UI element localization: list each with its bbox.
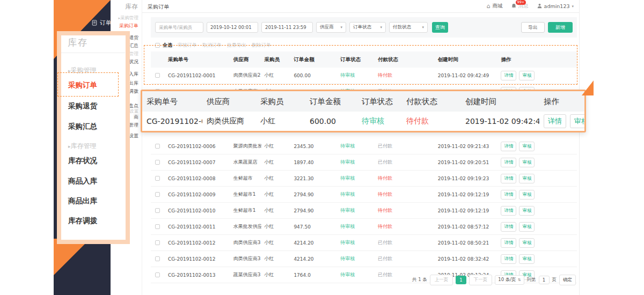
order-id-cell: CG-20191102-0013: [165, 272, 230, 278]
detail-button[interactable]: 详情: [501, 254, 516, 264]
review-button[interactable]: 审核: [519, 190, 535, 200]
prev-page-button[interactable]: 上一页: [430, 275, 453, 285]
review-button[interactable]: 审核: [519, 158, 535, 167]
row-checkbox[interactable]: [155, 208, 160, 213]
messages-link[interactable]: 消息 99+: [511, 3, 529, 10]
current-page-button[interactable]: 1: [456, 276, 466, 284]
order-id-cell: CG-20191102-0012: [165, 256, 230, 262]
secondary-menu-item[interactable]: 管理: [129, 122, 138, 128]
detail-button[interactable]: 详情: [501, 238, 516, 248]
review-button[interactable]: 审核: [519, 206, 535, 216]
review-button[interactable]: 审核: [519, 174, 535, 183]
bulk-action-link[interactable]: 审核订单: [178, 42, 197, 49]
overlay-menu-item-5[interactable]: 库存管理: [68, 141, 97, 151]
add-button[interactable]: 新增: [548, 22, 573, 33]
search-button[interactable]: 查询: [432, 22, 448, 33]
review-button[interactable]: 审核: [519, 142, 535, 151]
bulk-action-link[interactable]: 取消订单: [202, 42, 222, 49]
secondary-menu-item[interactable]: 状况: [129, 59, 138, 64]
secondary-menu-item[interactable]: 管理: [129, 51, 138, 56]
amount-cell: 1764.0: [290, 272, 337, 278]
row-checkbox[interactable]: [155, 256, 160, 261]
overlay-menu-item-4[interactable]: 采购汇总: [68, 121, 97, 131]
table-row[interactable]: CG-20191102-0009生鲜超市1小红2794.90待审核待付款2019…: [151, 187, 577, 203]
secondary-menu-item[interactable]: 设置: [129, 108, 138, 114]
detail-button[interactable]: 详情: [501, 158, 516, 167]
secondary-menu-item[interactable]: 采购管理: [118, 15, 138, 21]
pay-status-select[interactable]: 付款状态 ▾: [389, 22, 428, 33]
shop-link[interactable]: ⌂ 商城: [487, 3, 503, 10]
orders-doc-icon: [92, 20, 97, 27]
table-row[interactable]: CG-20191102-0012肉类供应商3小红4214.20待审核已付款201…: [151, 251, 577, 267]
detail-button[interactable]: 详情: [501, 190, 516, 200]
bulk-action-link[interactable]: 批量导出: [227, 42, 246, 49]
secondary-menu-item[interactable]: 采购订单: [119, 23, 138, 28]
keyword-input[interactable]: [155, 22, 203, 33]
buyer-cell: 小红: [261, 255, 291, 262]
secondary-menu-item[interactable]: 退货: [129, 35, 138, 40]
overlay-menu-item-3[interactable]: 采购退货: [68, 100, 97, 111]
callout-detail-button[interactable]: 详情: [544, 114, 566, 128]
select-all-checkbox[interactable]: [155, 43, 160, 48]
table-row[interactable]: CG-20191102-0001肉类供应商2小红600.00待审核待付款2019…: [151, 68, 577, 84]
sidebar-item-orders[interactable]: 订单: [92, 19, 111, 27]
page-size-select[interactable]: 10 条/页 ⇅: [495, 275, 524, 285]
detail-button[interactable]: 详情: [501, 142, 516, 151]
export-button[interactable]: 导出: [521, 22, 545, 33]
secondary-menu-item[interactable]: 入库: [129, 71, 138, 77]
overlay-menu-item-8[interactable]: 商品出库: [68, 195, 97, 206]
secondary-menu-item[interactable]: 盘点: [129, 103, 138, 108]
user-icon: [537, 3, 542, 10]
detail-button[interactable]: 详情: [501, 206, 516, 216]
order-status-cell: 待审核: [337, 72, 375, 79]
supplier-select[interactable]: 供应商 ▾: [316, 22, 346, 33]
goto-page-input[interactable]: [539, 276, 550, 284]
date-from-input[interactable]: [207, 22, 258, 33]
review-button[interactable]: 审核: [519, 254, 535, 264]
review-button[interactable]: 审核: [519, 71, 535, 80]
amount-cell: 3221.30: [290, 176, 337, 181]
detail-button[interactable]: 详情: [501, 174, 516, 183]
secondary-menu-item[interactable]: 设置: [129, 133, 138, 138]
table-row[interactable]: CG-20191102-0010生鲜超市1小红2794.90待审核待付款2019…: [151, 203, 577, 219]
secondary-menu-item[interactable]: 库存: [125, 4, 138, 9]
row-checkbox[interactable]: [155, 73, 160, 78]
amount-cell: 2794.90: [290, 208, 337, 213]
overlay-menu-item-6[interactable]: 库存状况: [68, 155, 97, 166]
detail-button[interactable]: 详情: [501, 71, 516, 80]
row-checkbox[interactable]: [155, 160, 160, 165]
row-checkbox[interactable]: [155, 144, 160, 149]
order-id-cell: CG-20191102-0008: [165, 176, 230, 181]
secondary-menu-item[interactable]: 调拨: [129, 88, 138, 94]
table-row[interactable]: CG-20191102-0007水果蔬菜店小红1897.40待审核已付款2019…: [151, 154, 577, 171]
bulk-action-link[interactable]: 删除订单: [252, 42, 271, 49]
table-row[interactable]: CG-20191102-0012肉类供应商3小红4214.20待审核已付款201…: [151, 235, 577, 251]
actions-cell: 详情审核: [497, 238, 577, 248]
order-status-select[interactable]: 订单状态 ▾: [349, 22, 386, 33]
secondary-menu-item[interactable]: 出库: [129, 80, 138, 86]
row-checkbox[interactable]: [155, 272, 160, 277]
overlay-menu-item-7[interactable]: 商品入库: [68, 175, 97, 186]
overlay-menu-item-9[interactable]: 库存调拨: [68, 215, 97, 226]
callout-review-button[interactable]: 审核: [570, 114, 584, 128]
table-row[interactable]: CG-20191102-0006聚源肉类批发小红2345.30待审核已付款201…: [151, 138, 577, 154]
secondary-menu-item[interactable]: 商: [134, 114, 138, 120]
next-page-button[interactable]: 下一页: [469, 275, 493, 285]
table-row[interactable]: CG-20191102-0008生鲜超市小红3221.30待审核待付款2019-…: [151, 171, 577, 187]
date-to-input[interactable]: [261, 22, 313, 33]
secondary-menu-item[interactable]: 汇总: [129, 43, 138, 48]
review-button[interactable]: 审核: [519, 238, 535, 248]
actions-cell: 详情审核: [497, 158, 577, 167]
review-button[interactable]: 审核: [519, 222, 535, 232]
row-checkbox[interactable]: [155, 176, 160, 181]
row-checkbox[interactable]: [155, 224, 160, 229]
home-icon: ⌂: [487, 4, 491, 9]
total-count: 共 1 条: [412, 277, 427, 283]
user-menu[interactable]: admin123 ▾: [537, 3, 574, 10]
table-row[interactable]: CG-20191102-0011水果批发供应商小红947.50待审核待付款201…: [151, 219, 577, 235]
created-cell: 2019-11-02 08:32:42: [435, 256, 498, 262]
detail-button[interactable]: 详情: [501, 222, 516, 232]
confirm-button[interactable]: 确定: [559, 275, 576, 285]
row-checkbox[interactable]: [155, 240, 160, 245]
row-checkbox[interactable]: [155, 192, 160, 197]
